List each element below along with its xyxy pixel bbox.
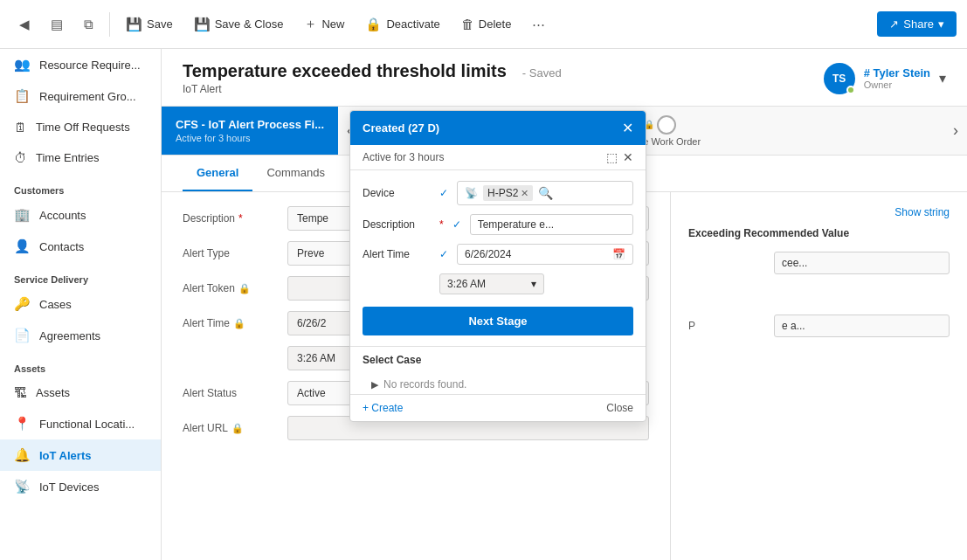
sidebar-item-agreements[interactable]: 📄Agreements: [0, 320, 161, 351]
device-tag-remove-button[interactable]: ✕: [521, 188, 528, 199]
active-stage: CFS - IoT Alert Process Fi... Active for…: [162, 107, 338, 155]
process-next-button[interactable]: ›: [944, 107, 967, 155]
detach-icon: ⧉: [84, 17, 93, 32]
more-button[interactable]: ⋯: [523, 11, 554, 38]
sidebar-item-label: IoT Devices: [39, 480, 99, 494]
device-tag-label: H-PS2: [487, 187, 518, 199]
popup-close-button[interactable]: ✕: [622, 120, 633, 136]
popup-close-footer-button[interactable]: Close: [606, 402, 633, 414]
deactivate-button[interactable]: 🔒 Deactivate: [356, 11, 448, 38]
device-search-icon[interactable]: 🔍: [538, 186, 553, 200]
save-close-button[interactable]: 💾 Save & Close: [185, 11, 293, 38]
sidebar-item-contacts[interactable]: 👤Contacts: [0, 231, 161, 262]
sidebar-item-time-entries[interactable]: ⏱Time Entries: [0, 142, 161, 173]
right-val-1: cee...: [774, 252, 950, 274]
new-button[interactable]: ＋ New: [295, 10, 353, 38]
owner-chevron-button[interactable]: ▾: [939, 70, 946, 86]
popup-time-field[interactable]: 3:26 AM ▾: [439, 273, 544, 294]
save-close-icon: 💾: [194, 17, 211, 32]
sidebar-icon: 📋: [14, 88, 31, 104]
record-header: Temperature exceeded threshold limits - …: [162, 49, 967, 107]
popup-footer: + Create Close: [350, 394, 646, 421]
delete-button[interactable]: 🗑 Delete: [452, 11, 521, 37]
tab-general[interactable]: General: [183, 156, 252, 191]
sidebar-item-label: Functional Locati...: [39, 418, 135, 431]
record-title-area: Temperature exceeded threshold limits - …: [183, 61, 562, 95]
sidebar-group-assets: Assets: [0, 351, 161, 377]
sidebar-icon: 🔔: [14, 447, 31, 463]
deactivate-label: Deactivate: [386, 17, 439, 31]
save-icon: 💾: [126, 17, 142, 32]
sidebar-item-label: Contacts: [39, 240, 84, 253]
view-icon: ▤: [51, 17, 63, 32]
form-right: Show string Exceeding Recommended Value …: [670, 192, 967, 560]
view-button[interactable]: ▤: [42, 11, 72, 38]
alert-url-label: Alert URL 🔒: [183, 422, 279, 434]
sidebar: 👥Resource Require...📋Requirement Gro...🗓…: [0, 49, 162, 560]
avatar: TS: [824, 63, 855, 94]
sidebar-item-resource-require...[interactable]: 👥Resource Require...: [0, 49, 161, 80]
alert-time-date-input: [287, 311, 357, 335]
popup-header: Created (27 D) ✕: [350, 111, 646, 145]
sidebar-item-label: Time Off Requests: [36, 121, 130, 134]
sidebar-item-requirement-gro...[interactable]: 📋Requirement Gro...: [0, 80, 161, 112]
select-case-row: Select Case: [350, 346, 646, 373]
popup-panel: Created (27 D) ✕ Active for 3 hours ⬚ ✕ …: [349, 110, 646, 422]
sidebar-item-iot-devices[interactable]: 📡IoT Devices: [0, 471, 161, 502]
desc-field-label: Description *: [183, 212, 279, 225]
popup-close-x-button[interactable]: ✕: [623, 150, 633, 164]
avatar-initials: TS: [832, 73, 846, 85]
popup-desc-value: Temperature e...: [470, 214, 633, 235]
detach-button[interactable]: ⧉: [75, 11, 102, 38]
sidebar-item-time-off-requests[interactable]: 🗓Time Off Requests: [0, 112, 161, 142]
next-stage-button[interactable]: Next Stage: [363, 307, 633, 335]
popup-alert-time-label: Alert Time: [363, 248, 432, 260]
date-value: 6/26/2024: [465, 248, 511, 260]
desc-required-icon: *: [238, 212, 243, 225]
popup-expand-button[interactable]: ⬚: [606, 150, 618, 164]
popup-subheader-label: Active for 3 hours: [363, 151, 444, 163]
alert-type-label-text: Alert Type: [183, 247, 230, 259]
sidebar-item-assets[interactable]: 🏗Assets: [0, 377, 161, 408]
avatar-badge: [846, 86, 855, 94]
tab-commands[interactable]: Commands: [252, 156, 338, 191]
right-label-2: P: [688, 320, 767, 332]
save-button[interactable]: 💾 Save: [117, 11, 182, 38]
popup-body: Device ✓ 📡 H-PS2 ✕ 🔍 Desc: [350, 170, 646, 346]
sidebar-item-accounts[interactable]: 🏢Accounts: [0, 199, 161, 231]
sidebar-icon: 🗓: [14, 120, 27, 135]
sidebar-item-label: Agreements: [39, 329, 100, 342]
popup-device-field: Device ✓ 📡 H-PS2 ✕ 🔍: [363, 181, 633, 205]
sidebar-item-label: Cases: [39, 298, 72, 311]
main-layout: 👥Resource Require...📋Requirement Gro...🗓…: [0, 49, 967, 560]
deactivate-icon: 🔒: [365, 17, 382, 32]
sidebar-item-iot-alerts[interactable]: 🔔IoT Alerts: [0, 439, 161, 471]
right-val-2: e a...: [774, 315, 950, 337]
popup-date-field[interactable]: 6/26/2024 📅: [457, 244, 633, 265]
saved-status: - Saved: [522, 66, 562, 80]
sidebar-item-label: Resource Require...: [39, 59, 141, 72]
popup-create-button[interactable]: + Create: [363, 402, 403, 414]
spacer-r2: [688, 288, 950, 306]
back-button[interactable]: ◀: [10, 11, 38, 38]
sidebar-item-label: Accounts: [39, 209, 86, 222]
owner-info: # Tyler Stein Owner: [864, 66, 930, 90]
device-tag: H-PS2 ✕: [483, 185, 533, 201]
delete-label: Delete: [479, 17, 512, 31]
popup-desc-required-icon: *: [439, 218, 444, 231]
sidebar-item-cases[interactable]: 🔑Cases: [0, 288, 161, 320]
share-button[interactable]: ↗ Share ▾: [877, 11, 957, 37]
active-stage-sub: Active for 3 hours: [176, 133, 324, 143]
desc-text: Temperature e...: [478, 218, 554, 231]
show-string-link[interactable]: Show string: [894, 206, 950, 218]
sidebar-item-functional-locati-[interactable]: 📍Functional Locati...: [0, 408, 161, 439]
sidebar-icon: 🏗: [14, 385, 27, 400]
alert-token-label-text: Alert Token: [183, 282, 235, 294]
new-label: New: [321, 17, 344, 31]
share-icon: ↗: [889, 17, 899, 31]
calendar-icon: 📅: [612, 248, 625, 260]
divider-1: [109, 12, 110, 37]
sidebar-group-customers: Customers: [0, 173, 161, 199]
alert-status-label-text: Alert Status: [183, 387, 237, 399]
right-field-1: cee...: [688, 252, 950, 274]
